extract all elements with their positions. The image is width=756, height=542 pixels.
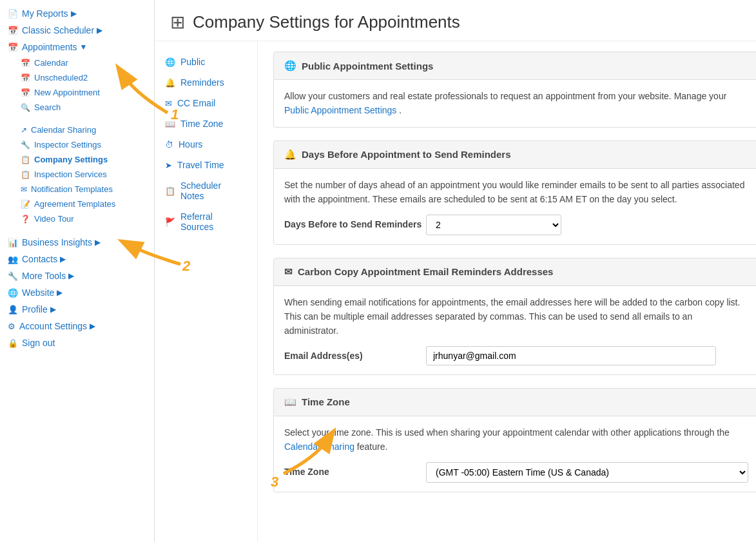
subnav-travel-label: Travel Time <box>177 160 224 170</box>
company-icon: 📋 <box>21 155 30 164</box>
sidebar-item-unscheduled[interactable]: 📅 Unscheduled 2 <box>13 70 154 85</box>
sidebar-item-classic-scheduler[interactable]: 📅 Classic Scheduler ▶ <box>0 22 154 39</box>
panel-cc-text: When sending email notifications for app… <box>284 297 740 336</box>
panel-public-body: Allow your customers and real estate pro… <box>274 80 756 127</box>
sidebar-contacts-label: Contacts <box>22 254 57 264</box>
sidebar-item-video-tour[interactable]: ❓ Video Tour <box>13 211 154 226</box>
sidebar-website-label: Website <box>22 287 54 298</box>
sidebar-item-business-insights[interactable]: 📊 Business Insights ▶ <box>0 234 154 251</box>
page-header: ⊞ Company Settings for Appointments <box>155 0 756 41</box>
panel-cc-email: ✉ Carbon Copy Appointment Email Reminder… <box>273 258 756 375</box>
reminders-icon: 🔔 <box>165 78 175 88</box>
cc-email-input[interactable] <box>426 346 716 365</box>
sidebar-item-appointments[interactable]: 📅 Appointments ▼ <box>0 39 154 55</box>
sidebar-item-company-settings[interactable]: 📋 Company Settings <box>13 152 154 167</box>
account-icon: ⚙ <box>8 322 15 331</box>
panel-reminders-text: Set the number of days ahead of an appoi… <box>284 180 744 204</box>
sidebar-item-notification-templates[interactable]: ✉ Notification Templates <box>13 182 154 197</box>
new-appt-icon: 📅 <box>21 88 30 97</box>
subnav-item-hours[interactable]: ⏱ Hours <box>155 134 257 155</box>
panel-reminders-body: Set the number of days ahead of an appoi… <box>274 169 756 244</box>
subnav-item-public[interactable]: 🌐 Public <box>155 52 257 72</box>
unscheduled-icon: 📅 <box>21 73 30 82</box>
settings-panels: 🌐 Public Appointment Settings Allow your… <box>258 41 756 542</box>
profile-arrow: ▶ <box>50 305 56 314</box>
sidebar-item-my-reports[interactable]: 📄 My Reports ▶ <box>0 5 154 22</box>
sidebar-services-label: Inspection Services <box>34 169 107 179</box>
subnav-notes-label: Scheduler Notes <box>180 180 247 201</box>
sidebar-item-inspector-settings[interactable]: 🔧 Inspector Settings <box>13 137 154 152</box>
search-icon: 🔍 <box>21 103 30 112</box>
services-icon: 📋 <box>21 170 30 179</box>
subnav-item-timezone[interactable]: 📖 Time Zone <box>155 113 257 134</box>
reports-icon: 📄 <box>8 9 18 19</box>
insights-arrow: ▶ <box>95 238 101 247</box>
sidebar-item-search[interactable]: 🔍 Search <box>13 100 154 115</box>
reminders-label: Days Before to Send Reminders <box>284 217 426 231</box>
subnav-item-referral-sources[interactable]: 🚩 Referral Sources <box>155 206 257 237</box>
sidebar-item-profile[interactable]: 👤 Profile ▶ <box>0 301 154 318</box>
notes-icon: 📋 <box>165 186 175 196</box>
sidebar-tools-label: More Tools <box>22 271 66 281</box>
sidebar-item-calendar-sharing[interactable]: ↗ Calendar Sharing <box>13 122 154 137</box>
sidebar-company-label: Company Settings <box>34 155 108 164</box>
subnav: 🌐 Public 🔔 Reminders ✉ CC Email 📖 Time Z… <box>155 41 258 542</box>
subnav-hours-label: Hours <box>179 139 202 150</box>
subnav-item-travel-time[interactable]: ➤ Travel Time <box>155 155 257 175</box>
sidebar-item-contacts[interactable]: 👥 Contacts ▶ <box>0 251 154 267</box>
video-icon: ❓ <box>21 215 30 224</box>
sidebar-notification-label: Notification Templates <box>31 184 113 194</box>
panel-public-icon: 🌐 <box>284 60 296 72</box>
sidebar-account-label: Account Settings <box>19 321 87 331</box>
sharing-icon: ↗ <box>21 126 27 135</box>
subnav-item-reminders[interactable]: 🔔 Reminders <box>155 72 257 93</box>
agreement-icon: 📝 <box>21 200 30 209</box>
main-content: ⊞ Company Settings for Appointments 🌐 Pu… <box>155 0 756 542</box>
panel-public: 🌐 Public Appointment Settings Allow your… <box>273 52 756 128</box>
sidebar-calendar-label: Calendar <box>34 58 68 68</box>
panel-timezone-header: 📖 Time Zone <box>274 389 756 416</box>
profile-icon: 👤 <box>8 305 18 315</box>
arrow-icon: ▶ <box>71 9 77 18</box>
sidebar-item-sign-out[interactable]: 🔒 Sign out <box>0 334 154 351</box>
calendar-sharing-link[interactable]: Calendar Sharing <box>284 441 354 452</box>
sidebar-item-appointments-label: Appointments <box>22 42 77 52</box>
panel-reminders-title: Days Before Appointment to Send Reminder… <box>302 149 511 160</box>
panel-reminders-icon: 🔔 <box>284 149 296 160</box>
sidebar-item-account-settings[interactable]: ⚙ Account Settings ▶ <box>0 318 154 334</box>
reminders-select[interactable]: 2 1 3 4 5 <box>426 215 561 235</box>
timezone-select[interactable]: (GMT -05:00) Eastern Time (US & Canada) … <box>426 462 748 483</box>
insights-icon: 📊 <box>8 238 18 247</box>
calendar-icon: 📅 <box>21 59 30 68</box>
page-header-icon: ⊞ <box>170 12 185 33</box>
panel-timezone-suffix: feature. <box>357 441 387 452</box>
public-settings-link[interactable]: Public Appointment Settings <box>284 105 396 115</box>
sidebar-inspector-label: Inspector Settings <box>34 140 101 150</box>
panel-timezone-icon: 📖 <box>284 396 296 408</box>
sidebar-agreement-label: Agreement Templates <box>34 199 115 209</box>
subnav-item-scheduler-notes[interactable]: 📋 Scheduler Notes <box>155 175 257 206</box>
arrow-down-icon: ▼ <box>80 43 88 52</box>
subnav-public-label: Public <box>180 57 205 67</box>
sidebar-item-inspection-services[interactable]: 📋 Inspection Services <box>13 167 154 182</box>
signout-icon: 🔒 <box>8 338 18 348</box>
sidebar-sharing-label: Calendar Sharing <box>31 125 96 135</box>
sidebar: 📄 My Reports ▶ 📅 Classic Scheduler ▶ 📅 A… <box>0 0 155 542</box>
sidebar-item-website[interactable]: 🌐 Website ▶ <box>0 284 154 301</box>
sidebar-new-appt-label: New Appointment <box>34 88 100 97</box>
sidebar-item-agreement-templates[interactable]: 📝 Agreement Templates <box>13 197 154 211</box>
sidebar-item-calendar[interactable]: 📅 Calendar <box>13 55 154 70</box>
unscheduled-badge: 2 <box>83 73 88 82</box>
panel-timezone: 📖 Time Zone Select your time zone. This … <box>273 388 756 492</box>
appointments-icon: 📅 <box>8 43 18 52</box>
subnav-item-cc-email[interactable]: ✉ CC Email <box>155 93 257 113</box>
sidebar-profile-label: Profile <box>22 304 48 315</box>
sidebar-search-label: Search <box>34 102 61 112</box>
sidebar-item-my-reports-label: My Reports <box>22 8 68 19</box>
sidebar-item-more-tools[interactable]: 🔧 More Tools ▶ <box>0 267 154 284</box>
sidebar-video-label: Video Tour <box>34 214 74 224</box>
sidebar-unscheduled-label: Unscheduled <box>34 73 83 82</box>
panel-timezone-body: Select your time zone. This is used when… <box>274 416 756 492</box>
sidebar-item-new-appointment[interactable]: 📅 New Appointment <box>13 85 154 100</box>
panel-public-suffix: . <box>399 105 402 115</box>
